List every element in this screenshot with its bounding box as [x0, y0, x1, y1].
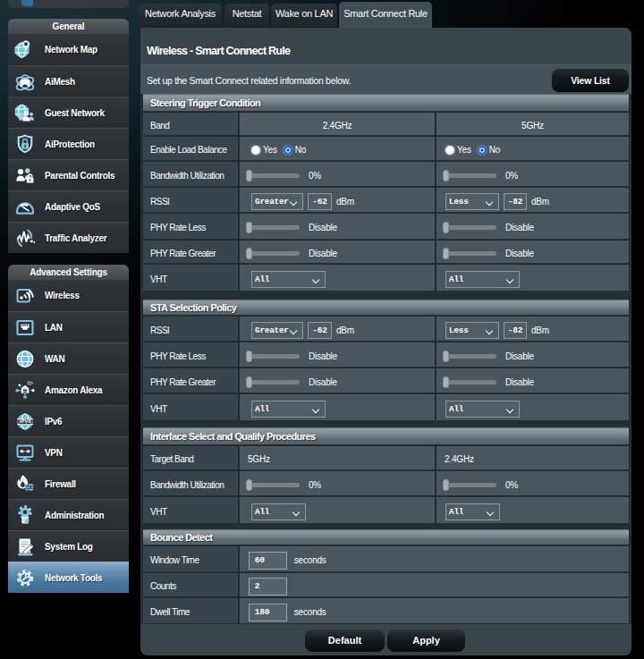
- svg-text:IPV6: IPV6: [20, 418, 32, 424]
